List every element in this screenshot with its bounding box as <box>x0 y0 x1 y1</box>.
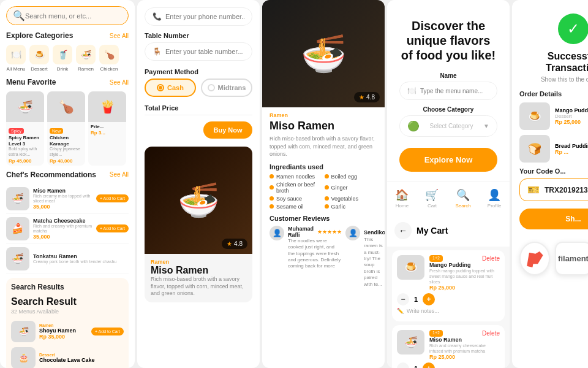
sr-img-choc: 🎂 <box>11 347 36 368</box>
nav-search[interactable]: 🔍 Search <box>455 188 470 209</box>
qty-num-mango: 1 <box>414 296 418 303</box>
sr-price-shoyu: Rp 35,000 <box>39 334 76 340</box>
review-content-1: Sendiko This ramen is a must-try! The so… <box>364 226 385 288</box>
payment-methods: Cash Midtrans <box>145 79 252 97</box>
menu-card-fries[interactable]: 🍟 Frie... Rp 3... <box>88 91 126 166</box>
cat-chicken[interactable]: 🍗 Chicken <box>99 45 119 72</box>
ingr-2: Chicken or beef broth <box>270 182 323 194</box>
qty-plus-mango[interactable]: + <box>423 293 435 305</box>
your-code-label: Your Code O... <box>519 167 588 175</box>
chef-name-tonkatsu: Tonkatsu Ramen <box>33 253 129 259</box>
explore-title: Explore Categories <box>6 31 73 40</box>
search-input[interactable] <box>25 12 122 20</box>
cat-all-menu[interactable]: 🍽️ All Menu <box>6 45 26 72</box>
cash-button[interactable]: Cash <box>145 79 196 97</box>
cat-label-chicken: Chicken <box>100 66 118 72</box>
food-preview-body: Ramen Miso Ramen Rich miso-based broth w… <box>145 254 252 302</box>
buy-button[interactable]: Buy Now <box>203 121 252 139</box>
nav-cart[interactable]: 🛒 Cart <box>425 188 439 209</box>
menu-card-spicy-ramen[interactable]: 🍜 Spicy Spicy Ramen Level 3 Bold spicy w… <box>6 91 44 166</box>
qty-row-miso: − 1 + <box>397 362 500 368</box>
ingr-4: Soy sauce <box>270 196 323 202</box>
ingr-1: Boiled egg <box>325 174 378 180</box>
chef-name-miso: Miso Ramen <box>33 188 92 194</box>
menu-card-body-0: Spicy Spicy Ramen Level 3 Bold spicy wit… <box>6 122 44 166</box>
cash-radio-inner <box>159 86 162 90</box>
food-desc: Rich miso-based broth with a savory flav… <box>262 135 385 163</box>
menu-fav-grid: 🍜 Spicy Spicy Ramen Level 3 Bold spicy w… <box>6 91 129 166</box>
name-form-group: Name 🍽️ <box>399 72 497 100</box>
chevron-down-icon: ▼ <box>483 123 489 129</box>
cat-dessert[interactable]: 🍮 Dessert <box>29 45 49 72</box>
delete-mango-button[interactable]: Delete <box>482 255 500 262</box>
cart-info-mango: 1+2 Delete Mango Pudding Fresh mango pud… <box>429 255 500 291</box>
explore-header: Explore Categories See All <box>6 31 129 40</box>
cat-icon-all: 🍽️ <box>6 45 26 64</box>
menu-card-chicken[interactable]: 🍗 New Chicken Karaage Crispy japanese st… <box>47 91 85 166</box>
name-label: Name <box>399 72 497 79</box>
bottom-nav: 🏠 Home 🛒 Cart 🔍 Search 👤 Profile <box>387 182 510 215</box>
filament-logo: filament <box>555 242 588 275</box>
delete-miso-button[interactable]: Delete <box>482 330 500 337</box>
chef-info-matcha: Matcha Cheesecake Rich and creamy with p… <box>33 218 92 240</box>
back-button[interactable]: ← <box>394 222 412 239</box>
qty-minus-miso[interactable]: − <box>397 362 409 368</box>
menu-name-1: Chicken Karaage <box>50 135 83 147</box>
table-input[interactable] <box>165 48 244 55</box>
nav-home[interactable]: 🏠 Home <box>395 188 409 209</box>
phone-input[interactable] <box>165 13 244 20</box>
add-miso-button[interactable]: + Add to Cart <box>96 194 129 202</box>
review-header-0: Muhamad Rafli ★★★★★ <box>288 226 342 238</box>
food-tag: Ramen <box>262 107 385 120</box>
cash-radio <box>157 84 164 91</box>
search-result-big: Search Result <box>11 296 124 307</box>
cat-ramen[interactable]: 🍜 Ramen <box>76 45 96 72</box>
chef-desc-miso: Rich creamy miso topped with sliced meat <box>33 194 92 204</box>
search-results-section: Search Results Search Result 32 Menus Av… <box>6 278 129 368</box>
chef-img-tonkatsu: 🍜 <box>6 247 29 270</box>
nav-profile[interactable]: 👤 Profile <box>488 188 502 209</box>
ticket-icon: 🎫 <box>527 184 540 196</box>
share-button[interactable]: Sh... <box>519 209 588 229</box>
chef-img-matcha: 🍰 <box>6 217 29 240</box>
menu-fav-title: Menu Favorite <box>6 78 56 86</box>
food-preview-tag: Ramen <box>151 259 246 265</box>
table-row[interactable]: 🪑 <box>145 42 252 61</box>
explore-button[interactable]: Explore Now <box>399 148 497 172</box>
review-0: 👤 Muhamad Rafli ★★★★★ The noodles were c… <box>262 226 385 293</box>
menu-name-input[interactable] <box>420 88 489 94</box>
chef-see-all[interactable]: See All <box>110 171 129 178</box>
chef-item-miso[interactable]: 🍜 Miso Ramen Rich creamy miso topped wit… <box>6 184 129 214</box>
laravel-logo <box>519 242 550 275</box>
cat-label-ramen: Ramen <box>78 66 94 72</box>
ingr-dot-5 <box>325 196 329 201</box>
midtrans-button[interactable]: Midtrans <box>201 79 252 97</box>
add-shoyu-button[interactable]: + Add to Cart <box>91 328 124 335</box>
menu-fav-header: Menu Favorite See All <box>6 78 129 86</box>
category-placeholder: Select Category <box>429 123 473 129</box>
sr-item-shoyu[interactable]: 🍜 Ramen Shoyu Ramen Rp 35,000 + Add to C… <box>11 318 124 345</box>
chef-item-matcha[interactable]: 🍰 Matcha Cheesecake Rich and creamy with… <box>6 214 129 244</box>
search-bar[interactable]: 🔍 <box>6 6 129 25</box>
category-form-group: Choose Category 🟢 Select Category ▼ <box>399 106 497 137</box>
ingr-3: Ginger <box>325 182 378 194</box>
category-select[interactable]: 🟢 Select Category ▼ <box>399 115 497 137</box>
phone-row[interactable]: 📞 <box>145 7 252 26</box>
sr-item-choc[interactable]: 🎂 Dessert Chocolate Lava Cake <box>11 345 124 368</box>
panel-explore: 🔍 Explore Categories See All 🍽️ All Menu… <box>0 0 135 368</box>
qty-plus-miso[interactable]: + <box>423 362 435 368</box>
discover-title: Discover the unique flavors of food you … <box>399 18 497 63</box>
menu-fav-see-all[interactable]: See All <box>110 79 129 86</box>
notes-mango[interactable]: ✏️ Write notes... <box>397 305 500 316</box>
cat-drink[interactable]: 🥤 Drink <box>53 45 72 72</box>
explore-see-all[interactable]: See All <box>110 33 129 39</box>
sr-tag-choc: Dessert <box>39 353 95 357</box>
chef-item-tonkatsu[interactable]: 🍜 Tonkatsu Ramen Creamy pork bone broth … <box>6 244 129 274</box>
pencil-icon-mango: ✏️ <box>397 308 404 314</box>
add-matcha-button[interactable]: + Add to Cart <box>96 224 129 232</box>
search-results-label: Search Results <box>11 283 64 291</box>
cart-title: My Cart <box>417 226 448 236</box>
chef-title: Chef's Recommendations <box>6 171 96 179</box>
qty-minus-mango[interactable]: − <box>397 293 409 305</box>
reviewer-avatar-0: 👤 <box>270 226 284 240</box>
